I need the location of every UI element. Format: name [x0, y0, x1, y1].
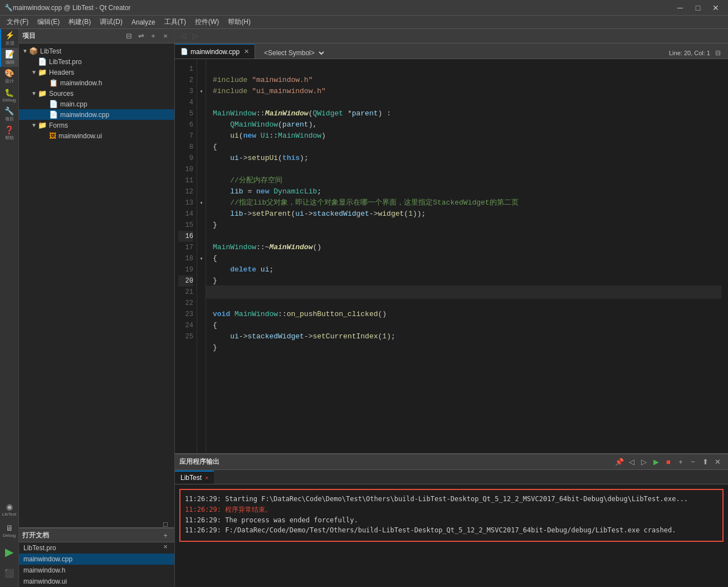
bottom-run-btn[interactable]: ▶ — [650, 456, 662, 468]
fold-16[interactable]: ▾ — [197, 197, 206, 208]
fold-12[interactable] — [197, 153, 206, 164]
project-filter-btn[interactable]: ⊟ — [123, 31, 134, 42]
project-add-btn[interactable]: + — [148, 31, 159, 42]
fold-13[interactable] — [197, 164, 206, 175]
sidebar-icon-libtest[interactable]: ◉ LibTest — [0, 500, 19, 519]
edit-icon: 📝 — [5, 50, 14, 59]
tree-item-headers[interactable]: ▼ 📁 Headers — [19, 67, 174, 77]
tree-item-forms[interactable]: ▼ 📁 Forms — [19, 120, 174, 130]
bottom-float-btn[interactable]: ⬆ — [699, 456, 711, 468]
ln-21: 21 — [178, 287, 193, 298]
tab-close-btn[interactable]: ✕ — [244, 48, 249, 55]
debug-icon: 🐛 — [4, 88, 14, 97]
ln-2: 2 — [178, 75, 193, 86]
tree-item-mainwindow-h[interactable]: 📋 mainwindow.h — [19, 77, 174, 88]
bottom-tab-libtest[interactable]: LibTest × — [175, 470, 214, 484]
tree-label-mwcpp: mainwindow.cpp — [60, 111, 109, 119]
ln-11: 11 — [178, 175, 193, 186]
sidebar-icon-debug-bottom[interactable]: 🖥 Debug — [0, 521, 19, 540]
fold-19[interactable] — [197, 231, 206, 242]
fold-6[interactable]: ▾ — [197, 86, 206, 97]
ln-23: 23 — [178, 309, 193, 320]
open-docs-add-btn[interactable]: + — [160, 530, 171, 541]
sidebar-icon-run[interactable]: ▶ — [0, 542, 19, 561]
code-content[interactable]: #include "mainwindow.h" #include "ui_mai… — [206, 59, 721, 453]
fold-17[interactable] — [197, 208, 206, 220]
libtest-icon: ◉ — [6, 502, 13, 511]
project-panel-header: 项目 ⊟ ⇌ + × — [19, 29, 174, 43]
fold-15[interactable] — [197, 186, 206, 197]
open-doc-mainwindow-ui[interactable]: mainwindow.ui — [19, 576, 174, 587]
editor-scrollbar[interactable] — [721, 59, 728, 453]
split-view-btn[interactable]: ⊟ — [712, 47, 724, 59]
fold-9[interactable] — [197, 119, 206, 130]
fold-7[interactable] — [197, 97, 206, 108]
bottom-close-btn[interactable]: ✕ — [711, 456, 724, 468]
tree-item-mainwindow-ui[interactable]: 🖼 mainwindow.ui — [19, 130, 174, 141]
bottom-pin-btn[interactable]: 📌 — [613, 456, 626, 468]
bottom-minus-btn[interactable]: − — [687, 456, 699, 468]
tree-item-mainwindow-cpp[interactable]: 📄 mainwindow.cpp — [19, 109, 174, 120]
bottom-tab-close[interactable]: × — [205, 474, 208, 481]
tree-item-sources[interactable]: ▼ 📁 Sources — [19, 88, 174, 99]
fold-4[interactable] — [197, 64, 206, 75]
tree-arrow-libtest: ▼ — [21, 48, 29, 54]
sidebar-icon-help[interactable]: ❓ 帮助 — [0, 124, 19, 143]
fold-11[interactable] — [197, 142, 206, 153]
minimize-button[interactable]: ─ — [672, 2, 688, 13]
menu-tools[interactable]: 工具(T) — [160, 16, 190, 28]
bottom-prev-btn[interactable]: ◁ — [626, 456, 638, 468]
ln-19: 19 — [178, 264, 193, 275]
line-numbers: 1 2 3 4 5 6 7 8 9 10 11 12 13 14 15 16 1 — [175, 59, 197, 453]
symbol-select[interactable]: <Select Symbol> — [260, 47, 326, 59]
sidebar-icon-welcome[interactable]: ⚡ 欢迎 — [0, 29, 19, 48]
menu-help[interactable]: 帮助(H) — [223, 16, 255, 28]
project-sync-btn[interactable]: ⇌ — [135, 31, 146, 42]
fold-14[interactable] — [197, 175, 206, 186]
sidebar-icon-design[interactable]: 🎨 设计 — [0, 67, 19, 86]
tab-mainwindow-cpp[interactable]: 📄 mainwindow.cpp ✕ — [175, 44, 255, 59]
open-docs-header: 打开文档 □ + × — [19, 528, 174, 542]
close-button[interactable]: ✕ — [708, 2, 724, 13]
bottom-tab-label: LibTest — [180, 474, 202, 482]
menu-controls[interactable]: 控件(W) — [190, 16, 223, 28]
nav-forward-btn[interactable]: ▷ — [189, 30, 202, 42]
ln-12: 12 — [178, 186, 193, 197]
open-doc-libtest-pro[interactable]: LibTest.pro — [19, 542, 174, 554]
sidebar-icon-project[interactable]: 🔧 项目 — [0, 105, 19, 124]
tree-icon-mwcpp: 📄 — [49, 110, 58, 119]
menu-debug[interactable]: 调试(D) — [95, 16, 127, 28]
open-docs-close-btn[interactable]: × — [160, 541, 171, 552]
tree-label-sources: Sources — [49, 90, 74, 98]
open-doc-mainwindow-h[interactable]: mainwindow.h — [19, 565, 174, 576]
fold-21[interactable]: ▾ — [197, 253, 206, 264]
tree-item-main-cpp[interactable]: 📄 main.cpp — [19, 99, 174, 109]
fold-10[interactable] — [197, 130, 206, 142]
bottom-stop-btn[interactable]: ■ — [662, 456, 675, 468]
project-close-btn[interactable]: × — [160, 31, 171, 42]
tree-label-libtest: LibTest — [40, 47, 61, 55]
open-doc-mainwindow-cpp[interactable]: mainwindow.cpp — [19, 554, 174, 565]
maximize-button[interactable]: □ — [690, 2, 706, 13]
fold-20[interactable] — [197, 242, 206, 253]
menu-edit[interactable]: 编辑(E) — [33, 16, 64, 28]
bottom-next-btn[interactable]: ▷ — [638, 456, 650, 468]
ln-14: 14 — [178, 208, 193, 220]
menu-build[interactable]: 构建(B) — [64, 16, 95, 28]
open-docs-expand-btn[interactable]: □ — [160, 518, 171, 530]
tree-item-libtest[interactable]: ▼ 📦 LibTest — [19, 46, 174, 56]
fold-18[interactable] — [197, 220, 206, 231]
code-editor[interactable]: 1 2 3 4 5 6 7 8 9 10 11 12 13 14 15 16 1 — [175, 59, 728, 453]
menu-analyze[interactable]: Analyze — [127, 17, 160, 27]
fold-8[interactable] — [197, 108, 206, 119]
sidebar-icon-stop[interactable]: ⬛ — [0, 564, 19, 583]
menu-file[interactable]: 文件(F) — [2, 16, 33, 28]
bottom-add-btn[interactable]: + — [675, 456, 687, 468]
tree-item-libtest-pro[interactable]: 📄 LibTest.pro — [19, 56, 174, 67]
ln-5: 5 — [178, 108, 193, 119]
nav-back-btn[interactable]: ◁ — [177, 30, 189, 42]
fold-5[interactable] — [197, 75, 206, 86]
sidebar-icon-edit[interactable]: 📝 编辑 — [0, 48, 19, 67]
sidebar-icon-debug[interactable]: 🐛 Debug — [0, 86, 19, 105]
tree-label-mwui: mainwindow.ui — [58, 132, 102, 140]
